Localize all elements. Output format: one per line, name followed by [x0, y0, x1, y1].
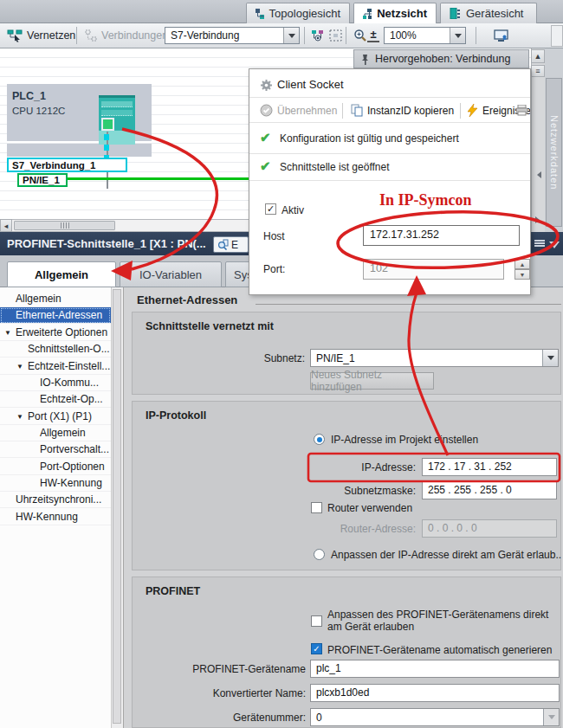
subnet-mask-field[interactable]: 255 . 255 . 255 . 0: [422, 481, 557, 499]
highlight-network-icon: [311, 29, 325, 42]
expand-arrow-icon[interactable]: ▼: [16, 363, 23, 370]
nav-item-port-allgemein[interactable]: Allgemein: [0, 425, 111, 441]
scroll-menu-button[interactable]: ≡: [531, 65, 545, 77]
page-title: Ethernet-Adressen: [137, 293, 237, 306]
connection-type-value: S7-Verbindung: [165, 29, 283, 42]
chevron-down-icon[interactable]: [450, 28, 465, 43]
nav-scroll-thumb[interactable]: [113, 289, 121, 724]
success-check-icon: ✔: [260, 158, 271, 174]
ip-project-radio-label: IP-Adresse im Projekt einstellen: [331, 434, 478, 446]
add-subnet-button[interactable]: Neues Subnetz hinzufügen: [310, 372, 434, 390]
device-number-select[interactable]: 0: [310, 708, 560, 726]
tab-label: Topologiesicht: [269, 7, 340, 20]
scroll-left-button[interactable]: ◂: [0, 219, 12, 232]
subnet-select[interactable]: PN/IE_1: [310, 349, 559, 367]
device-number-label: Gerätenummer:: [156, 712, 306, 724]
vernetzen-button[interactable]: Vernetzen: [3, 26, 79, 45]
separator: [76, 27, 77, 44]
inspect-properties-button[interactable]: E: [213, 236, 249, 253]
nav-item-allgemein[interactable]: Allgemein: [0, 291, 111, 307]
tab-allgemein[interactable]: Allgemein: [7, 261, 116, 287]
magnifier-doc-icon: [217, 239, 229, 250]
monitor-icon: [494, 29, 510, 42]
chevron-down-icon[interactable]: [283, 28, 299, 43]
inspector-label: E: [231, 239, 238, 251]
nav-item-echtzeit-einstellungen[interactable]: ▼Echtzeit-Einstell...: [0, 358, 111, 375]
active-label: Aktiv: [282, 204, 304, 216]
config-status-text: Konfiguration ist gültig und gespeichert: [280, 132, 459, 145]
ip-symcon-annotation: In IP-Symcon: [379, 191, 472, 209]
port-label: Port:: [263, 263, 285, 275]
heading-rule: [256, 304, 561, 305]
expand-arrow-icon[interactable]: ▼: [4, 329, 11, 337]
zoom-fit-icon-button[interactable]: ±: [367, 27, 379, 42]
use-router-checkbox[interactable]: [311, 502, 322, 513]
frame-selection-icon-button[interactable]: [326, 26, 346, 45]
separator: [304, 27, 305, 44]
s7-connection-label[interactable]: S7_Verbindung_1: [7, 158, 127, 172]
device-icon: [450, 8, 461, 19]
nav-item-schnittstellen-optionen[interactable]: Schnittstellen-O...: [0, 341, 111, 358]
monitor-icon-button[interactable]: [490, 26, 514, 45]
nav-item-port-optionen[interactable]: Port-Optionen: [0, 459, 111, 475]
ip-project-radio[interactable]: [314, 434, 325, 445]
apply-button[interactable]: Übernehmen: [260, 104, 337, 117]
splitter-left-icon[interactable]: [534, 171, 541, 178]
port-input[interactable]: 102: [363, 259, 504, 280]
verbindungen-label: Verbindungen: [101, 29, 168, 42]
nav-item-ethernet-adressen[interactable]: Ethernet-Adressen: [0, 307, 111, 324]
auto-name-checkbox[interactable]: ✓: [311, 643, 322, 654]
adjust-name-label-line2: am Gerät erlauben: [327, 621, 414, 633]
zoom-level-select[interactable]: 100%: [384, 27, 466, 44]
chevron-down-icon[interactable]: [542, 350, 558, 366]
highlight-bar-label: Hervorgehoben: Verbindung: [375, 53, 510, 65]
tab-netzwerkdaten[interactable]: Netzwerkdaten: [546, 78, 562, 227]
nav-item-hw-kennung[interactable]: HW-Kennung: [0, 509, 111, 525]
verbindungen-button[interactable]: Verbindungen: [81, 26, 171, 45]
list-icon[interactable]: [534, 240, 545, 247]
connection-type-select[interactable]: S7-Verbindung: [165, 27, 300, 44]
router-address-field: 0 . 0 . 0 . 0: [422, 519, 557, 538]
nav-item-echtzeit-optionen[interactable]: Echtzeit-Op...: [0, 391, 111, 408]
subnet-line[interactable]: [68, 177, 249, 180]
host-input[interactable]: 172.17.31.252: [363, 225, 520, 246]
hscroll-thumb[interactable]: [14, 221, 115, 230]
router-address-label: Router-Adresse:: [312, 523, 416, 535]
use-router-label: Router verwenden: [327, 502, 412, 514]
active-checkbox[interactable]: ✓: [265, 203, 276, 215]
nav-item-port-x1-p1[interactable]: ▼Port (X1) (P1): [0, 409, 111, 425]
nav-item-erweiterte-optionen[interactable]: ▼Erweiterte Optionen: [0, 325, 111, 341]
port-spin-up[interactable]: ▲: [514, 259, 530, 269]
port-spin-down[interactable]: ▼: [514, 269, 530, 280]
subnet-label[interactable]: PN/IE_1: [17, 173, 68, 187]
nav-item-io-kommunikation[interactable]: IO-Kommu...: [0, 375, 111, 391]
copy-instanzid-button[interactable]: InstanzID kopieren: [351, 104, 454, 117]
tab-netzsicht[interactable]: Netzsicht: [353, 3, 437, 23]
ip-device-radio[interactable]: [314, 549, 325, 560]
splitter-right-icon[interactable]: [535, 216, 543, 223]
device-type: CPU 1212C: [12, 106, 65, 116]
ip-address-field[interactable]: 172 . 17 . 31 . 252: [422, 458, 557, 476]
ethernet-port[interactable]: [101, 118, 114, 131]
copy-icon: [351, 104, 363, 117]
section-title: Schnittstelle vernetzt mit: [146, 320, 274, 332]
separator: [249, 180, 531, 181]
collapse-panel-icon[interactable]: [549, 242, 560, 254]
scroll-up-button[interactable]: ▲: [531, 49, 545, 63]
tab-geraetesicht[interactable]: Gerätesicht: [440, 3, 537, 23]
separator: [249, 153, 531, 154]
expand-arrow-icon[interactable]: ▼: [16, 413, 23, 421]
tab-topologiesicht[interactable]: Topologiesicht: [246, 3, 350, 23]
chevron-down-icon: [543, 709, 559, 725]
converted-name-field[interactable]: plcxb1d0ed: [310, 684, 560, 702]
properties-title: PROFINET-Schnittstelle_1 [X1 : PN(...: [7, 237, 206, 250]
debug-button[interactable]: S: [516, 104, 531, 116]
nav-item-portverschaltung[interactable]: Portverschalt...: [0, 441, 111, 458]
tab-io-variablen[interactable]: IO-Variablen: [120, 261, 222, 287]
network-icon: [363, 9, 372, 19]
profinet-name-field[interactable]: plc_1: [310, 660, 560, 678]
nav-item-port-hw-kennung[interactable]: HW-Kennung: [0, 475, 111, 492]
toolbar-scroll-strip[interactable]: [551, 25, 563, 47]
adjust-name-checkbox[interactable]: [311, 615, 322, 627]
nav-item-uhrzeitsynchronisation[interactable]: Uhrzeitsynchroni...: [0, 492, 111, 508]
